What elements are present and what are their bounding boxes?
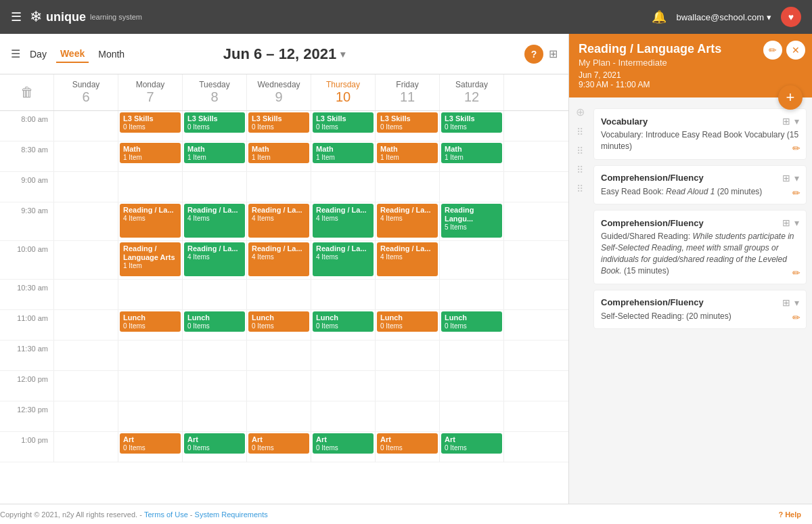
panel-item-2-dropdown-icon[interactable]: ▾ — [794, 173, 799, 183]
cell-wed-100[interactable]: Art 0 Items — [247, 432, 311, 462]
cell-tue-930[interactable]: Reading / La... 4 Items — [183, 202, 247, 240]
panel-item-2-copy-icon[interactable]: ⊞ — [782, 173, 790, 183]
title-dropdown-icon[interactable]: ▾ — [340, 49, 345, 60]
event-art-sat[interactable]: Art 0 Items — [441, 433, 502, 454]
cell-sat-1100[interactable]: Lunch 0 Items — [440, 310, 504, 340]
cell-mon-1000[interactable]: Reading / Language Arts 1 Item — [118, 241, 183, 279]
panel-drag-icon-1[interactable]: ⊕ — [576, 106, 585, 118]
trash-icon[interactable]: 🗑 — [20, 85, 34, 100]
event-reading-sat-a[interactable]: Reading Langu... 5 Items — [441, 204, 502, 238]
panel-item-1-copy-icon[interactable]: ⊞ — [782, 116, 790, 127]
view-week-button[interactable]: Week — [56, 45, 89, 63]
panel-item-3-copy-icon[interactable]: ⊞ — [782, 217, 790, 228]
footer-terms-link[interactable]: Terms of Use — [144, 510, 188, 519]
cell-fri-1000[interactable]: Reading / La... 4 Items — [376, 241, 440, 279]
cell-thu-830[interactable]: Math 1 Item — [311, 141, 376, 171]
bell-icon[interactable]: 🔔 — [652, 9, 667, 24]
event-lunch-mon[interactable]: Lunch 0 Items — [120, 311, 181, 332]
event-reading-mon[interactable]: Reading / La... 4 Items — [120, 204, 181, 238]
cell-wed-830[interactable]: Math 1 Item — [247, 141, 311, 171]
event-math-mon[interactable]: Math 1 Item — [120, 143, 181, 163]
event-art-tue[interactable]: Art 0 Items — [184, 433, 245, 454]
panel-item-2-edit-icon[interactable]: ✏ — [792, 188, 800, 198]
grid-icon[interactable]: ⊞ — [549, 47, 558, 60]
event-reading-mon-b[interactable]: Reading / Language Arts 1 Item — [120, 242, 181, 276]
heart-button[interactable]: ♥ — [781, 7, 801, 27]
cell-mon-830[interactable]: Math 1 Item — [118, 141, 183, 171]
event-reading-wed-a[interactable]: Reading / La... 4 Items — [248, 204, 309, 238]
cell-sat-100[interactable]: Art 0 Items — [440, 432, 504, 462]
hamburger-icon[interactable]: ☰ — [11, 9, 22, 24]
event-reading-thu-b[interactable]: Reading / La... 4 Items — [313, 242, 374, 276]
panel-drag-icon-2[interactable]: ⠿ — [577, 127, 583, 137]
cell-fri-800[interactable]: L3 Skills 0 Items — [376, 111, 440, 141]
event-math-sat[interactable]: Math 1 Item — [441, 143, 502, 163]
cell-mon-100[interactable]: Art 0 Items — [118, 432, 183, 462]
footer-sysreq-link[interactable]: System Requirements — [195, 510, 268, 519]
view-day-button[interactable]: Day — [26, 46, 51, 62]
panel-item-4-dropdown-icon[interactable]: ▾ — [794, 297, 799, 308]
event-l3-thu[interactable]: L3 Skills 0 Items — [313, 112, 374, 133]
event-lunch-sat[interactable]: Lunch 0 Items — [441, 311, 502, 332]
view-month-button[interactable]: Month — [94, 46, 129, 62]
event-math-fri[interactable]: Math 1 Item — [377, 143, 438, 163]
cell-sat-830[interactable]: Math 1 Item — [440, 141, 504, 171]
event-lunch-thu[interactable]: Lunch 0 Items — [313, 311, 374, 332]
cell-tue-830[interactable]: Math 1 Item — [183, 141, 247, 171]
panel-add-button[interactable]: + — [778, 85, 803, 110]
panel-item-4-copy-icon[interactable]: ⊞ — [782, 297, 790, 308]
event-art-thu[interactable]: Art 0 Items — [313, 433, 374, 454]
event-math-thu[interactable]: Math 1 Item — [313, 143, 374, 163]
cell-wed-1000[interactable]: Reading / La... 4 Items — [247, 241, 311, 279]
event-math-tue[interactable]: Math 1 Item — [184, 143, 245, 163]
cell-tue-100[interactable]: Art 0 Items — [183, 432, 247, 462]
panel-item-1-edit-icon[interactable]: ✏ — [792, 143, 800, 154]
cell-fri-830[interactable]: Math 1 Item — [376, 141, 440, 171]
cell-mon-800[interactable]: L3 Skills 0 Items — [118, 111, 183, 141]
user-email[interactable]: bwallace@school.com ▾ — [676, 12, 771, 22]
panel-edit-button[interactable]: ✏ — [763, 41, 782, 60]
event-reading-fri-b[interactable]: Reading / La... 4 Items — [377, 242, 438, 276]
cell-wed-800[interactable]: L3 Skills 0 Items — [247, 111, 311, 141]
panel-item-3-edit-icon[interactable]: ✏ — [792, 267, 800, 278]
panel-close-button[interactable]: ✕ — [786, 41, 805, 60]
event-reading-tue-b[interactable]: Reading / La... 4 Items — [184, 242, 245, 276]
event-reading-wed-b[interactable]: Reading / La... 4 Items — [248, 242, 309, 276]
event-l3-mon[interactable]: L3 Skills 0 Items — [120, 112, 181, 133]
panel-item-4-edit-icon[interactable]: ✏ — [792, 312, 800, 323]
cell-thu-1000[interactable]: Reading / La... 4 Items — [311, 241, 376, 279]
cell-thu-100[interactable]: Art 0 Items — [311, 432, 376, 462]
cell-thu-800[interactable]: L3 Skills 0 Items — [311, 111, 376, 141]
cell-tue-800[interactable]: L3 Skills 0 Items — [183, 111, 247, 141]
event-l3-fri[interactable]: L3 Skills 0 Items — [377, 112, 438, 133]
panel-item-3-dropdown-icon[interactable]: ▾ — [794, 217, 799, 228]
cell-thu-930[interactable]: Reading / La... 4 Items — [311, 202, 376, 240]
cell-tue-1000[interactable]: Reading / La... 4 Items — [183, 241, 247, 279]
cell-fri-1100[interactable]: Lunch 0 Items — [376, 310, 440, 340]
event-lunch-fri[interactable]: Lunch 0 Items — [377, 311, 438, 332]
event-math-wed[interactable]: Math 1 Item — [248, 143, 309, 163]
cell-sat-930[interactable]: Reading Langu... 5 Items — [440, 202, 504, 240]
cell-wed-1100[interactable]: Lunch 0 Items — [247, 310, 311, 340]
cell-mon-1100[interactable]: Lunch 0 Items — [118, 310, 183, 340]
cell-fri-100[interactable]: Art 0 Items — [376, 432, 440, 462]
event-l3-tue[interactable]: L3 Skills 0 Items — [184, 112, 245, 133]
cell-tue-1100[interactable]: Lunch 0 Items — [183, 310, 247, 340]
event-reading-tue-a[interactable]: Reading / La... 4 Items — [184, 204, 245, 238]
panel-drag-icon-4[interactable]: ⠿ — [577, 165, 583, 175]
event-art-mon[interactable]: Art 0 Items — [120, 433, 181, 454]
event-lunch-wed[interactable]: Lunch 0 Items — [248, 311, 309, 332]
help-icon[interactable]: ? — [524, 45, 543, 64]
panel-drag-icon-3[interactable]: ⠿ — [577, 146, 583, 156]
event-reading-fri-a[interactable]: Reading / La... 4 Items — [377, 204, 438, 238]
toolbar-menu-icon[interactable]: ☰ — [11, 47, 20, 60]
cell-sat-800[interactable]: L3 Skills 0 Items — [440, 111, 504, 141]
panel-item-1-dropdown-icon[interactable]: ▾ — [794, 116, 799, 127]
cell-thu-1100[interactable]: Lunch 0 Items — [311, 310, 376, 340]
cell-mon-930[interactable]: Reading / La... 4 Items — [118, 202, 183, 240]
event-l3-wed[interactable]: L3 Skills 0 Items — [248, 112, 309, 133]
cell-wed-930[interactable]: Reading / La... 4 Items — [247, 202, 311, 240]
cell-fri-930[interactable]: Reading / La... 4 Items — [376, 202, 440, 240]
event-art-wed[interactable]: Art 0 Items — [248, 433, 309, 454]
event-reading-thu-a[interactable]: Reading / La... 4 Items — [313, 204, 374, 238]
